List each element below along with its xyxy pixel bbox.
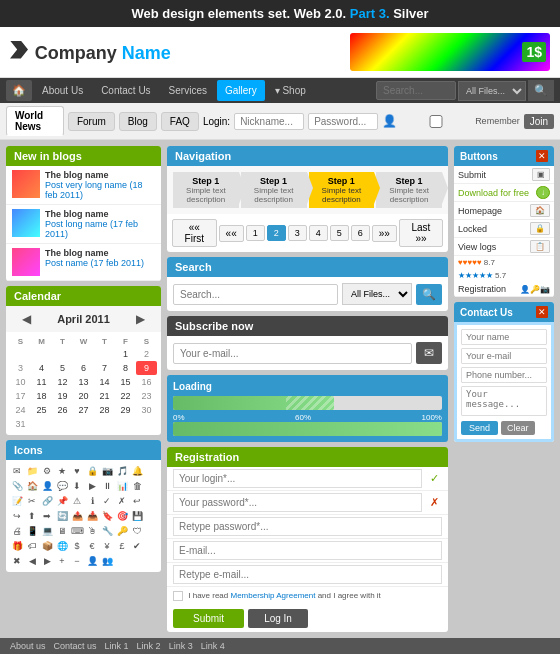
footer-link-contact[interactable]: Contact us [54,641,97,651]
icon-item[interactable]: 🔔 [130,464,144,478]
password-input[interactable] [308,113,378,130]
icon-item[interactable]: 👥 [100,554,114,568]
icon-item[interactable]: 🖨 [10,524,24,538]
icon-item[interactable]: 🎁 [10,539,24,553]
icon-item[interactable]: 🔄 [55,509,69,523]
icon-item[interactable]: − [70,554,84,568]
icon-item[interactable]: ↩ [130,494,144,508]
reg-submit-button[interactable]: Submit [173,609,244,628]
icon-item[interactable]: 📝 [10,494,24,508]
nav-gallery-button[interactable]: Gallery [217,80,265,101]
icon-item[interactable]: ◀ [25,554,39,568]
icon-item[interactable]: ✖ [10,554,24,568]
step-2[interactable]: Step 1 Simple text description [241,172,307,208]
calendar-prev-button[interactable]: ◀ [14,309,39,329]
icon-item[interactable]: 🏠 [25,479,39,493]
icon-item[interactable]: 💾 [130,509,144,523]
icon-item[interactable]: ✉ [10,464,24,478]
icon-item[interactable]: 👤 [85,554,99,568]
icon-item[interactable]: + [55,554,69,568]
icon-item[interactable]: 🔧 [100,524,114,538]
reg-retype-email-input[interactable] [173,565,442,584]
mini-viewlogs-button[interactable]: 📋 [530,240,550,253]
icon-item[interactable]: 🔗 [40,494,54,508]
icon-item[interactable]: 📱 [25,524,39,538]
icon-item[interactable]: 💬 [55,479,69,493]
reg-retype-password-input[interactable] [173,517,442,536]
nav-files-select[interactable]: All Files... [458,81,526,101]
icon-item[interactable]: $ [70,539,84,553]
footer-link-2[interactable]: Link 2 [137,641,161,651]
icon-item[interactable]: 📌 [55,494,69,508]
icon-item[interactable]: 🖥 [55,524,69,538]
buttons-close-button[interactable]: ✕ [536,150,548,162]
icon-item[interactable]: ✗ [115,494,129,508]
contact-close-button[interactable]: ✕ [536,306,548,318]
icon-item[interactable]: € [85,539,99,553]
blog-date[interactable]: Post long name (17 feb 2011) [45,219,155,239]
tab-faq[interactable]: FAQ [161,112,199,131]
agree-checkbox[interactable] [173,591,183,601]
step-1[interactable]: Step 1 Simple text description [173,172,239,208]
footer-link-4[interactable]: Link 4 [201,641,225,651]
icon-item[interactable]: 🖱 [85,524,99,538]
icon-item[interactable]: ✔ [130,539,144,553]
icon-item[interactable]: ⬆ [25,509,39,523]
subscribe-button[interactable]: ✉ [416,342,442,364]
contact-send-button[interactable]: Send [461,421,498,435]
contact-clear-button[interactable]: Clear [501,421,535,435]
mini-homepage-button[interactable]: 🏠 [530,204,550,217]
icon-item[interactable]: 🗑 [130,479,144,493]
icon-item[interactable]: ✓ [100,494,114,508]
icon-item[interactable]: £ [115,539,129,553]
join-button[interactable]: Join [524,114,554,129]
search-files-select[interactable]: All Files... [342,283,412,305]
last-page-button[interactable]: Last »» [399,219,443,247]
blog-date[interactable]: Post name (17 feb 2011) [45,258,144,268]
page-2-button[interactable]: 2 [267,225,286,241]
nav-services-button[interactable]: Services [161,80,215,101]
page-5-button[interactable]: 5 [330,225,349,241]
first-page-button[interactable]: «« First [172,219,217,247]
icon-item[interactable]: ⚠ [70,494,84,508]
blog-date[interactable]: Post very long name (18 feb 2011) [45,180,155,200]
contact-email-input[interactable] [461,348,547,364]
icon-item[interactable]: 📥 [85,509,99,523]
membership-link[interactable]: Membership Agreement [230,591,315,600]
calendar-next-button[interactable]: ▶ [128,309,153,329]
contact-message-input[interactable] [461,386,547,416]
next-page-button[interactable]: »» [372,225,397,242]
reg-password-input[interactable] [173,493,422,512]
tab-world-news[interactable]: World News [6,106,64,136]
reg-login-input[interactable] [173,469,422,488]
icon-item[interactable]: ➡ [40,509,54,523]
icon-item[interactable]: 📁 [25,464,39,478]
reg-email-input[interactable] [173,541,442,560]
search-button[interactable]: 🔍 [416,284,442,305]
contact-phone-input[interactable] [461,367,547,383]
step-4[interactable]: Step 1 Simple text description [376,172,442,208]
prev-page-button[interactable]: «« [219,225,244,242]
icon-item[interactable]: ▶ [40,554,54,568]
icon-item[interactable]: 👤 [40,479,54,493]
icon-item[interactable]: ⬇ [70,479,84,493]
footer-link-3[interactable]: Link 3 [169,641,193,651]
icon-item[interactable]: 🎯 [115,509,129,523]
icon-item[interactable]: 📤 [70,509,84,523]
icon-item[interactable]: 🔒 [85,464,99,478]
nav-shop-button[interactable]: ▾ Shop [267,80,314,101]
icon-item[interactable]: ⏸ [100,479,114,493]
nav-about-button[interactable]: About Us [34,80,91,101]
reg-login-button[interactable]: Log In [248,609,308,628]
icon-item[interactable]: ¥ [100,539,114,553]
icon-item[interactable]: ▶ [85,479,99,493]
page-6-button[interactable]: 6 [351,225,370,241]
remember-checkbox[interactable] [401,115,471,128]
icon-item[interactable]: ★ [55,464,69,478]
page-3-button[interactable]: 3 [288,225,307,241]
page-1-button[interactable]: 1 [246,225,265,241]
nickname-input[interactable] [234,113,304,130]
icon-item[interactable]: ↪ [10,509,24,523]
mini-submit-button[interactable]: ▣ [532,168,550,181]
icon-item[interactable]: 📦 [40,539,54,553]
